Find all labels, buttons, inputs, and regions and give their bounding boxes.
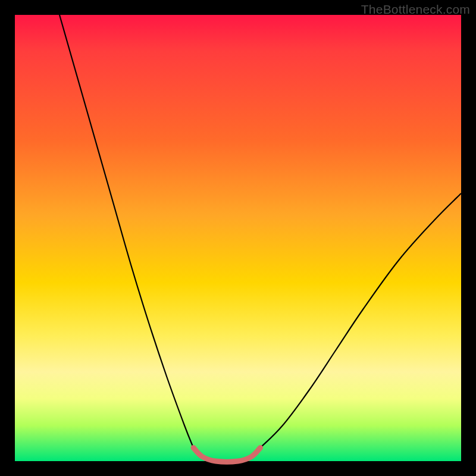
curve-left	[60, 15, 193, 448]
chart-svg	[15, 15, 461, 461]
curve-right	[261, 193, 462, 448]
valley-highlight	[193, 448, 261, 462]
chart-frame: TheBottleneck.com	[0, 0, 476, 476]
watermark-text: TheBottleneck.com	[361, 2, 470, 17]
plot-area	[15, 15, 461, 461]
